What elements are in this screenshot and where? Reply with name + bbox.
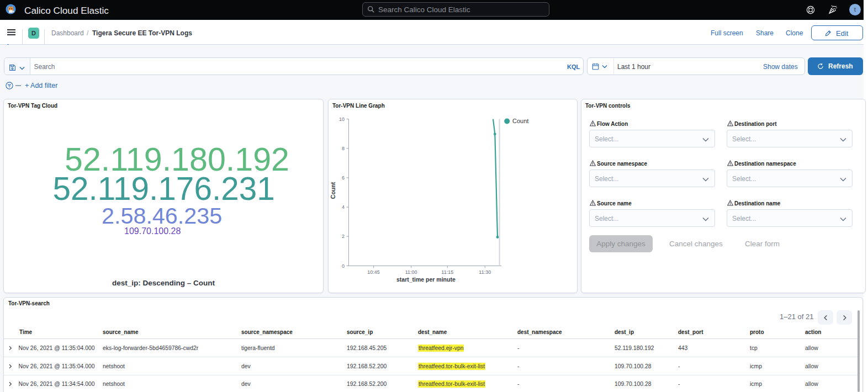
svg-text:8: 8 [342, 146, 345, 151]
svg-text:11:00: 11:00 [405, 269, 417, 275]
svg-text:Count: Count [512, 118, 528, 124]
svg-text:0: 0 [342, 263, 345, 269]
svg-text:Count: Count [330, 182, 336, 199]
svg-text:2: 2 [342, 234, 345, 239]
svg-text:11:15: 11:15 [441, 269, 453, 275]
svg-text:10: 10 [339, 116, 345, 122]
svg-text:10:45: 10:45 [367, 269, 380, 275]
svg-text:start_time per minute: start_time per minute [396, 276, 456, 283]
svg-text:11:30: 11:30 [479, 269, 491, 275]
svg-text:4: 4 [342, 204, 345, 210]
svg-text:6: 6 [342, 175, 345, 181]
